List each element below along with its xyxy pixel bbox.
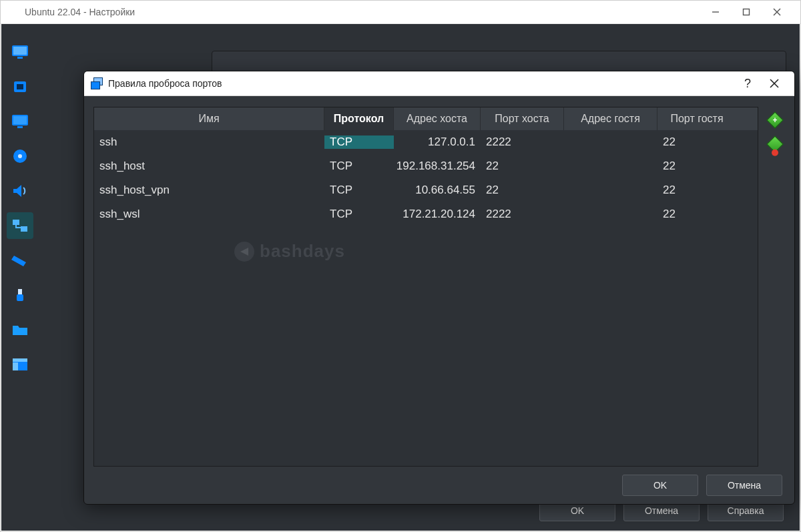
port-forwarding-table: bashdays Имя Протокол Адрес хоста Порт х… (93, 107, 758, 467)
svg-rect-6 (17, 57, 23, 59)
disk-icon (11, 149, 29, 164)
svg-rect-19 (13, 358, 27, 362)
dialog-cancel-button[interactable]: Отмена (706, 475, 782, 496)
window-maximize-button[interactable] (731, 1, 762, 23)
settings-sidebar (1, 24, 38, 531)
dialog-toolbar: + (765, 107, 785, 467)
cell-protocol[interactable]: TCP (324, 208, 394, 221)
svg-rect-20 (13, 362, 18, 370)
sidebar-item-serial[interactable] (7, 247, 33, 274)
settings-content: OK Отмена Справка Правила проброса порто… (38, 24, 800, 531)
sidebar-item-display[interactable] (7, 108, 33, 135)
column-host-port[interactable]: Порт хоста (481, 107, 564, 130)
dialog-help-button[interactable]: ? (734, 72, 761, 95)
network-icon (11, 218, 29, 233)
svg-rect-8 (17, 84, 23, 89)
dialog-close-button[interactable] (761, 72, 788, 95)
usb-icon (11, 288, 29, 302)
cell-host_addr[interactable]: 172.21.20.124 (394, 208, 481, 221)
column-guest-address[interactable]: Адрес гостя (564, 107, 657, 130)
column-host-address[interactable]: Адрес хоста (394, 107, 481, 130)
dialog-title: Правила проброса портов (108, 78, 222, 89)
dialog-titlebar: Правила проброса портов ? (84, 71, 794, 96)
table-row[interactable]: ssh_host_vpnTCP10.66.64.552222 (94, 178, 758, 202)
settings-body: OK Отмена Справка Правила проброса порто… (1, 24, 800, 531)
svg-rect-5 (13, 47, 27, 55)
dialog-button-row: OK Отмена (84, 467, 794, 504)
table-row[interactable]: ssh_hostTCP192.168.31.2542222 (94, 154, 758, 178)
sidebar-item-general[interactable] (7, 39, 33, 65)
sidebar-item-shared-folders[interactable] (7, 316, 33, 343)
chip-icon (11, 79, 29, 94)
cell-protocol[interactable]: TCP (324, 160, 394, 173)
cell-guest_port[interactable]: 22 (657, 184, 736, 197)
window-close-button[interactable] (762, 1, 792, 23)
svg-rect-14 (13, 220, 19, 225)
window-titlebar: Ubuntu 22.04 - Настройки (1, 1, 800, 24)
cell-host_addr[interactable]: 127.0.0.1 (394, 136, 481, 149)
cell-protocol[interactable]: TCP (324, 136, 394, 149)
cell-protocol[interactable]: TCP (324, 184, 394, 197)
table-row[interactable]: sshTCP127.0.0.1222222 (94, 130, 758, 154)
port-forwarding-dialog: Правила проброса портов ? bashdays (83, 71, 795, 505)
display-icon (11, 114, 29, 129)
column-protocol[interactable]: Протокол (324, 107, 394, 130)
remove-rule-button[interactable] (767, 136, 783, 152)
gear-icon (9, 7, 19, 17)
cell-host_port[interactable]: 2222 (481, 208, 564, 221)
table-row[interactable]: ssh_wslTCP172.21.20.124222222 (94, 202, 758, 226)
speaker-icon (11, 184, 29, 198)
sidebar-item-user-interface[interactable] (7, 351, 33, 378)
table-body: sshTCP127.0.0.1222222ssh_hostTCP192.168.… (94, 130, 758, 466)
sidebar-item-network[interactable] (7, 212, 33, 239)
cell-host_port[interactable]: 2222 (481, 136, 564, 149)
svg-rect-10 (13, 116, 27, 124)
sidebar-item-system[interactable] (7, 73, 33, 100)
monitor-icon (11, 45, 29, 59)
sidebar-item-audio[interactable] (7, 178, 33, 204)
folder-icon (11, 322, 29, 337)
svg-rect-17 (17, 294, 23, 301)
cell-guest_port[interactable]: 22 (657, 136, 736, 149)
cell-guest_port[interactable]: 22 (657, 208, 736, 221)
cell-host_addr[interactable]: 192.168.31.254 (394, 160, 481, 173)
serial-port-icon (11, 253, 29, 268)
sidebar-item-usb[interactable] (7, 282, 33, 308)
cell-name[interactable]: ssh_host_vpn (94, 184, 324, 197)
window-minimize-button[interactable] (700, 1, 731, 23)
cell-guest_port[interactable]: 22 (657, 160, 736, 173)
svg-point-13 (18, 154, 22, 158)
dialog-ok-button[interactable]: OK (622, 475, 698, 496)
table-header: Имя Протокол Адрес хоста Порт хоста Адре… (94, 107, 758, 130)
svg-rect-16 (18, 289, 22, 294)
column-name[interactable]: Имя (94, 107, 324, 130)
column-guest-port[interactable]: Порт гостя (657, 107, 736, 130)
svg-rect-11 (17, 126, 23, 128)
cell-name[interactable]: ssh_wsl (94, 208, 324, 221)
cell-host_addr[interactable]: 10.66.64.55 (394, 184, 481, 197)
svg-rect-1 (744, 9, 750, 15)
cell-host_port[interactable]: 22 (481, 160, 564, 173)
ui-icon (11, 357, 29, 372)
cell-name[interactable]: ssh_host (94, 160, 324, 173)
window-title: Ubuntu 22.04 - Настройки (25, 7, 135, 17)
settings-window: Ubuntu 22.04 - Настройки (0, 0, 801, 532)
add-rule-button[interactable]: + (767, 112, 783, 128)
cell-name[interactable]: ssh (94, 136, 324, 149)
port-forwarding-icon (91, 77, 103, 89)
cell-host_port[interactable]: 22 (481, 184, 564, 197)
sidebar-item-storage[interactable] (7, 143, 33, 170)
